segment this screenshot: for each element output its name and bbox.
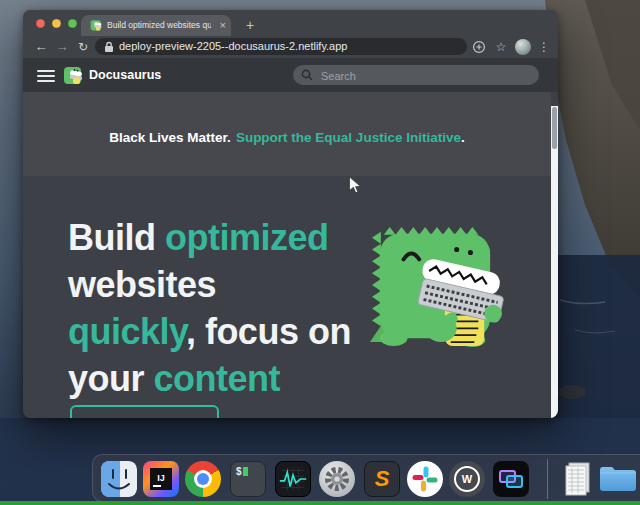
downloads-folder-icon[interactable] <box>598 464 638 494</box>
announcement-text: Black Lives Matter. <box>109 130 231 145</box>
url-text: deploy-preview-2205--docusaurus-2.netlif… <box>119 38 347 55</box>
close-window-button[interactable] <box>36 19 45 28</box>
announcement-link[interactable]: Support the Equal Justice Initiative <box>236 130 461 145</box>
intellij-idea-icon[interactable]: IJ <box>143 461 179 497</box>
macos-dock: IJ $ S W <box>92 454 640 502</box>
page-scrollbar[interactable] <box>551 106 558 418</box>
zoom-window-button[interactable] <box>68 19 77 28</box>
finder-icon[interactable] <box>101 461 137 497</box>
screen-recorder-icon[interactable] <box>493 461 529 497</box>
docusaurus-mascot-illustration <box>365 220 505 348</box>
activity-monitor-icon[interactable] <box>275 461 311 497</box>
https-lock-icon <box>104 41 114 53</box>
reload-button[interactable]: ↻ <box>74 36 92 58</box>
search-box[interactable] <box>293 65 539 85</box>
browser-tab[interactable]: Build optimized websites quick × <box>81 15 231 36</box>
browser-window: Build optimized websites quick × + ← → ↻… <box>23 10 558 418</box>
announcement-period: . <box>461 130 465 145</box>
brand-title[interactable]: Docusaurus <box>89 58 161 92</box>
bottom-green-strip <box>0 501 640 505</box>
address-bar[interactable]: deploy-preview-2205--docusaurus-2.netlif… <box>95 38 467 55</box>
chrome-icon[interactable] <box>185 461 221 497</box>
hero-text-segment: quickly <box>68 311 186 352</box>
hero-text-segment: your <box>68 358 154 399</box>
page-viewport: Docusaurus Black Lives Matter. Support t… <box>23 58 558 418</box>
back-button[interactable]: ← <box>32 36 50 58</box>
tab-close-icon[interactable]: × <box>220 15 226 36</box>
tab-title: Build optimized websites quick <box>107 15 211 36</box>
browser-toolbar: ← → ↻ deploy-preview-2205--docusaurus-2.… <box>23 36 558 59</box>
site-navbar: Docusaurus <box>23 58 558 92</box>
terminal-icon[interactable]: $ <box>230 461 266 497</box>
announcement-bar: Black Lives Matter. Support the Equal Ju… <box>23 92 551 176</box>
sublime-text-icon[interactable]: S <box>364 461 400 497</box>
mouse-cursor <box>348 175 364 195</box>
slack-icon[interactable] <box>407 461 443 497</box>
search-input[interactable] <box>319 65 528 87</box>
system-preferences-icon[interactable] <box>319 461 355 497</box>
docusaurus-logo-icon[interactable] <box>63 65 83 85</box>
hero-text-segment: Build <box>68 217 165 258</box>
hero-text-segment: , focus on <box>186 311 351 352</box>
documents-stack-icon[interactable] <box>559 461 595 497</box>
hero-section: Build optimized websites quickly, focus … <box>23 176 551 418</box>
search-icon <box>301 69 313 81</box>
circle-plus-icon[interactable] <box>471 36 487 58</box>
profile-avatar[interactable] <box>515 39 531 55</box>
bookmark-star-icon[interactable]: ☆ <box>493 36 509 58</box>
workplace-icon[interactable]: W <box>449 461 485 497</box>
hero-title: Build optimized websites quickly, focus … <box>68 214 351 402</box>
forward-button[interactable]: → <box>53 36 71 58</box>
hero-text-segment: optimized <box>165 217 329 258</box>
scrollbar-thumb[interactable] <box>552 107 557 149</box>
tab-favicon-docusaurus-icon <box>90 19 102 31</box>
dock-divider <box>547 459 548 499</box>
hero-text-segment: content <box>154 358 281 399</box>
hero-text-segment: websites <box>68 264 216 305</box>
minimize-window-button[interactable] <box>52 19 61 28</box>
get-started-button[interactable] <box>70 405 219 418</box>
hamburger-menu-icon[interactable] <box>37 70 55 82</box>
tab-strip: Build optimized websites quick × + <box>23 10 558 36</box>
browser-menu-icon[interactable]: ⋮ <box>537 36 551 58</box>
new-tab-button[interactable]: + <box>239 15 261 36</box>
